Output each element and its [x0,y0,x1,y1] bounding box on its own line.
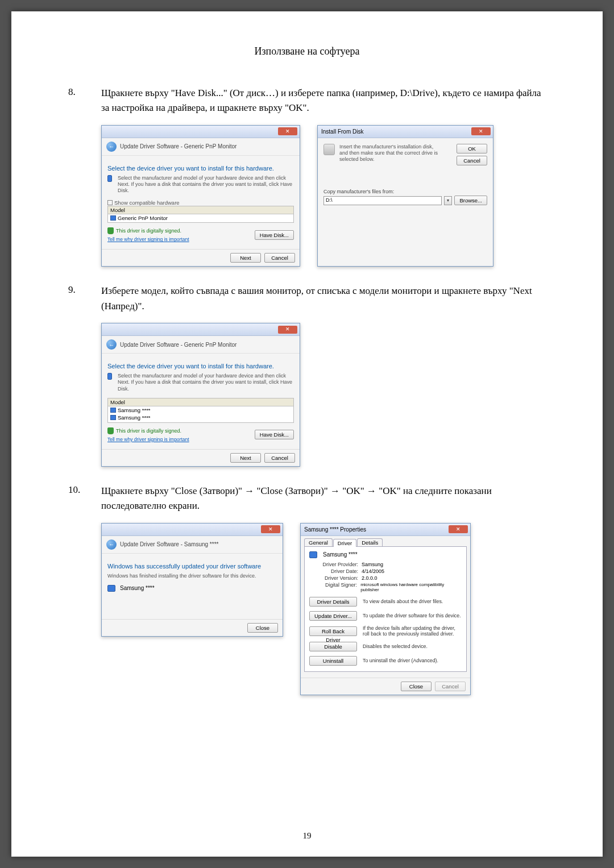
dialog-heading: Select the device driver you want to ins… [107,165,294,172]
shield-icon [107,227,114,234]
step-10: 10. Щракнете върху "Close (Затвори)" → "… [68,484,546,695]
label: Driver Provider: [309,562,358,567]
label: Driver Date: [309,568,358,574]
window-titlebar: Samsung **** Properties ✕ [301,524,470,536]
step-number: 10. [68,484,101,514]
button-desc: To view details about the driver files. [363,599,443,605]
model-list[interactable]: Model Generic PnP Monitor [107,206,294,223]
window-title: Install From Disk [321,128,363,135]
value: 2.0.0.0 [362,575,377,581]
step-number: 9. [68,284,101,314]
button-desc: Disables the selected device. [363,643,428,650]
checkbox-icon[interactable] [107,200,113,205]
window-titlebar: ✕ [102,323,300,336]
tab-strip: General Driver Details [301,536,470,546]
step-8: 8. Щракнете върху "Have Disk..." (От дис… [68,86,546,267]
driver-details-button[interactable]: Driver Details [309,597,357,607]
device-name: Samsung **** [323,551,358,558]
checkbox-row[interactable]: Show compatible hardware [107,200,294,206]
step-text: Щракнете върху "Close (Затвори)" → "Clos… [101,484,546,514]
close-icon[interactable]: ✕ [471,127,491,135]
breadcrumb-text: Update Driver Software - Generic PnP Mon… [120,143,237,149]
cancel-button[interactable]: Cancel [264,453,295,463]
monitor-icon [309,551,317,558]
checkbox-label: Show compatible hardware [114,200,180,206]
chevron-down-icon[interactable]: ▾ [444,196,452,205]
shield-icon [107,427,114,434]
monitor-icon [110,415,116,420]
have-disk-button[interactable]: Have Disk... [255,430,294,439]
back-icon[interactable]: ← [106,539,117,550]
list-header: Model [108,398,293,406]
dialog-subtext: Select the manufacturer and model of you… [118,373,294,392]
close-button[interactable]: Close [401,682,432,691]
list-item[interactable]: Samsung **** [108,414,293,421]
signed-text: This driver is digitally signed. [116,428,181,434]
monitor-icon [107,175,112,182]
close-icon[interactable]: ✕ [261,525,280,533]
path-field[interactable]: D:\ [323,196,442,205]
dialog-device-properties: Samsung **** Properties ✕ General Driver… [300,523,471,695]
tab-details[interactable]: Details [357,538,383,546]
document-page: Използване на софтуера 8. Щракнете върху… [11,11,603,857]
label: Digital Signer: [309,582,357,592]
breadcrumb-bar: ← Update Driver Software - Generic PnP M… [102,138,300,156]
rollback-driver-button[interactable]: Roll Back Driver [309,626,357,636]
dialog-update-driver-select-model: ✕ ← Update Driver Software - Generic PnP… [101,323,300,467]
dialog-update-success: ✕ ← Update Driver Software - Samsung ***… [101,523,283,637]
tab-panel-driver: Samsung **** Driver Provider:Samsung Dri… [304,546,467,672]
value: 4/14/2005 [362,568,384,574]
list-item[interactable]: Generic PnP Monitor [108,214,293,222]
dialog-heading: Select the device driver you want to ins… [107,363,294,369]
value: Samsung [362,562,383,567]
disable-button[interactable]: Disable [309,642,357,651]
breadcrumb-text: Update Driver Software - Generic PnP Mon… [120,342,237,348]
monitor-icon [107,585,115,592]
dialog-update-driver-havedisk: ✕ ← Update Driver Software - Generic PnP… [101,125,300,267]
dialog-heading: Windows has successfully updated your dr… [107,563,277,570]
monitor-icon [107,373,112,380]
copy-from-label: Copy manufacturer's files from: [323,189,487,194]
monitor-icon [110,408,116,413]
next-button[interactable]: Next [230,453,261,463]
step-9: 9. Изберете модел, който съвпада с вашия… [68,284,546,466]
close-button[interactable]: Close [247,623,278,633]
model-name: Samsung **** [118,414,151,421]
list-item[interactable]: Samsung **** [108,406,293,414]
close-icon[interactable]: ✕ [278,326,297,334]
back-icon[interactable]: ← [106,142,117,152]
update-driver-button[interactable]: Update Driver... [309,611,357,621]
back-icon[interactable]: ← [106,339,117,350]
tab-driver[interactable]: Driver [333,539,356,547]
step-number: 8. [68,86,101,116]
dialog-subtext: Windows has finished installing the driv… [107,573,277,579]
dialog-subtext: Select the manufacturer and model of you… [118,175,294,194]
step-text: Изберете модел, който съвпада с вашия мо… [101,284,546,314]
signing-link[interactable]: Tell me why driver signing is important [107,236,189,242]
model-name: Samsung **** [118,407,151,413]
signing-link[interactable]: Tell me why driver signing is important [107,437,189,442]
tab-general[interactable]: General [304,538,333,546]
signed-text: This driver is digitally signed. [116,228,181,234]
close-icon[interactable]: ✕ [449,525,468,533]
page-number: 19 [11,831,603,841]
button-desc: To uninstall the driver (Advanced). [363,658,438,664]
next-button[interactable]: Next [230,253,261,263]
uninstall-button[interactable]: Uninstall [309,656,357,666]
browse-button[interactable]: Browse... [454,196,487,205]
dialog-install-from-disk: Install From Disk ✕ Insert the manufactu… [317,125,493,267]
model-list[interactable]: Model Samsung **** Samsung **** [107,398,294,423]
cancel-button: Cancel [435,682,466,691]
ok-button[interactable]: OK [457,144,487,153]
cancel-button[interactable]: Cancel [264,253,295,263]
button-desc: To update the driver software for this d… [363,613,461,619]
window-titlebar: Install From Disk ✕ [318,126,493,138]
cancel-button[interactable]: Cancel [457,156,487,165]
label: Driver Version: [309,575,358,581]
window-titlebar: ✕ [102,126,300,138]
page-header: Използване на софтуера [68,45,546,57]
close-icon[interactable]: ✕ [278,127,297,135]
have-disk-button[interactable]: Have Disk... [255,230,294,240]
button-desc: If the device fails after updating the d… [363,625,462,637]
breadcrumb-bar: ← Update Driver Software - Samsung **** [102,536,283,554]
